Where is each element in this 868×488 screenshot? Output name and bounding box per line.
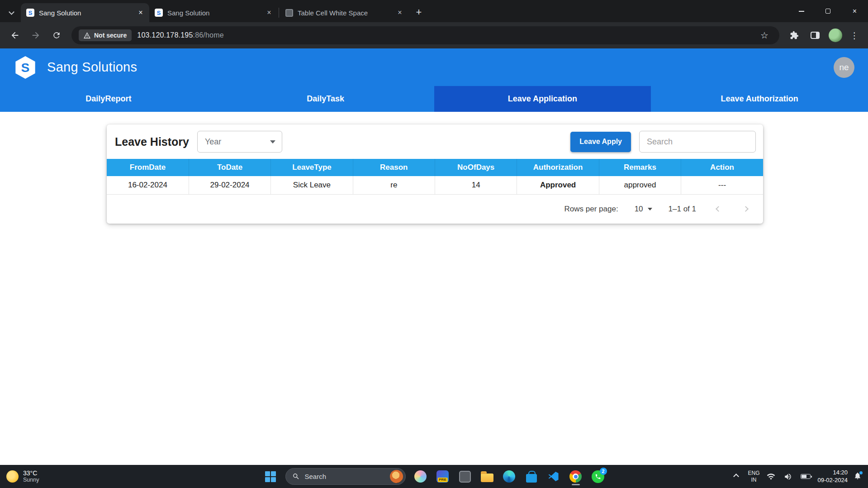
col-reason: Reason <box>353 159 435 176</box>
chrome-button[interactable] <box>569 468 583 485</box>
app-nav: DailyReport DailyTask Leave Application … <box>0 86 868 112</box>
browser-menu-button[interactable]: ⋮ <box>846 27 863 43</box>
tab-search-button[interactable] <box>5 5 18 19</box>
search-input[interactable] <box>639 131 756 153</box>
taskbar-search-label: Search <box>305 473 385 480</box>
profile-button[interactable] <box>826 26 844 44</box>
user-avatar[interactable]: ne <box>834 57 854 78</box>
vscode-button[interactable] <box>546 468 561 485</box>
whatsapp-button[interactable]: 2 <box>591 468 605 485</box>
address-bar[interactable]: Not secure 103.120.178.195:86/home ☆ <box>71 26 779 44</box>
tab-title: Sang Solution <box>39 9 131 17</box>
leave-history-card: Leave History Year Leave Apply FromDate … <box>107 124 763 224</box>
forward-button[interactable] <box>26 26 45 45</box>
volume-button[interactable] <box>783 471 793 482</box>
minimize-button[interactable] <box>788 0 815 22</box>
chevron-down-icon <box>9 9 14 15</box>
battery-button[interactable] <box>799 471 812 482</box>
nav-leave-authorization[interactable]: Leave Authorization <box>651 86 868 112</box>
card-toolbar: Leave History Year Leave Apply <box>107 124 763 159</box>
clock-date: 09-02-2024 <box>818 477 848 484</box>
active-app-indicator <box>572 484 580 485</box>
copilot-app-button[interactable] <box>413 468 428 485</box>
side-panel-button[interactable] <box>806 26 825 45</box>
window-controls: × <box>788 0 868 22</box>
language-line1: ENG <box>748 470 759 477</box>
browser-toolbar: Not secure 103.120.178.195:86/home ☆ ⋮ <box>0 22 868 48</box>
tab-close-icon[interactable]: × <box>264 8 274 18</box>
microsoft-store-button[interactable] <box>524 468 539 485</box>
browser-titlebar: S Sang Solution × S Sang Solution × Tabl… <box>0 0 868 22</box>
wifi-icon <box>767 473 775 480</box>
back-button[interactable] <box>5 26 24 45</box>
reload-button[interactable] <box>47 26 66 45</box>
svg-text:S: S <box>21 60 30 74</box>
nav-daily-report[interactable]: DailyReport <box>0 86 217 112</box>
cell-noofdays: 14 <box>435 176 517 194</box>
puzzle-icon <box>790 31 799 40</box>
notification-dot <box>859 471 863 474</box>
task-view-button[interactable] <box>458 468 472 485</box>
start-button[interactable] <box>263 468 278 485</box>
leave-apply-button[interactable]: Leave Apply <box>570 132 631 152</box>
vscode-icon <box>548 471 559 482</box>
weather-desc: Sunny <box>23 477 39 483</box>
notifications-button[interactable] <box>854 472 862 482</box>
profile-avatar <box>829 29 842 42</box>
tab-close-icon[interactable]: × <box>395 8 405 18</box>
edge-button[interactable] <box>502 468 517 485</box>
rows-per-page-value: 10 <box>635 205 643 214</box>
sun-icon <box>6 470 19 483</box>
preview-app-icon: PRE <box>436 470 449 483</box>
col-remarks: Remarks <box>599 159 681 176</box>
weather-widget[interactable]: 33°C Sunny <box>0 469 39 484</box>
next-page-button[interactable] <box>740 203 751 215</box>
browser-tab-1[interactable]: S Sang Solution × <box>21 3 149 22</box>
clock-widget[interactable]: 14:20 09-02-2024 <box>818 469 848 484</box>
col-leavetype: LeaveType <box>271 159 353 176</box>
windows-logo-icon <box>265 471 276 482</box>
not-secure-chip[interactable]: Not secure <box>79 29 132 41</box>
app-header: S Sang Solutions ne <box>0 48 868 86</box>
close-window-button[interactable]: × <box>841 0 868 22</box>
taskbar-search[interactable]: Search <box>285 468 406 485</box>
previous-page-button[interactable] <box>712 203 724 215</box>
preview-app-button[interactable]: PRE <box>436 468 450 485</box>
status-badge: Approved <box>517 176 599 194</box>
chevron-left-icon <box>716 206 721 212</box>
extensions-button[interactable] <box>785 26 804 45</box>
language-indicator[interactable]: ENG IN <box>748 470 759 483</box>
bookmark-star-button[interactable]: ☆ <box>757 28 772 43</box>
pagination-range: 1–1 of 1 <box>669 205 696 214</box>
side-panel-icon <box>811 32 820 39</box>
file-explorer-button[interactable] <box>480 468 494 485</box>
chevron-right-icon <box>743 206 749 212</box>
not-secure-label: Not secure <box>94 32 127 39</box>
table-header-row: FromDate ToDate LeaveType Reason NoOfDay… <box>107 159 763 176</box>
browser-tab-2[interactable]: S Sang Solution × <box>149 3 278 22</box>
taskbar-center: Search PRE 2 <box>263 465 605 488</box>
maximize-button[interactable] <box>815 0 841 22</box>
chevron-up-icon <box>733 474 739 479</box>
pre-badge: PRE <box>437 478 447 482</box>
tab-divider <box>279 8 279 18</box>
browser-tab-3[interactable]: Table Cell White Space × <box>280 3 408 22</box>
nav-daily-task[interactable]: DailyTask <box>217 86 434 112</box>
brand-title: Sang Solutions <box>47 60 137 75</box>
tab-close-icon[interactable]: × <box>136 8 146 18</box>
nav-leave-application[interactable]: Leave Application <box>434 86 651 112</box>
new-tab-button[interactable]: + <box>412 5 426 19</box>
rows-per-page-select[interactable]: 10 <box>635 205 652 214</box>
reload-icon <box>52 31 61 40</box>
rows-per-page-label: Rows per page: <box>564 205 618 214</box>
table-row: 16-02-2024 29-02-2024 Sick Leave re 14 A… <box>107 176 763 194</box>
cell-leavetype: Sick Leave <box>271 176 353 194</box>
url-path: :86/home <box>193 31 223 39</box>
wifi-button[interactable] <box>766 471 777 482</box>
url-text: 103.120.178.195:86/home <box>137 31 223 39</box>
chrome-icon <box>569 470 582 483</box>
tray-overflow-button[interactable] <box>730 471 742 483</box>
year-select-value: Year <box>205 137 221 147</box>
url-host: 103.120.178.195 <box>137 31 193 39</box>
year-select[interactable]: Year <box>197 131 282 153</box>
